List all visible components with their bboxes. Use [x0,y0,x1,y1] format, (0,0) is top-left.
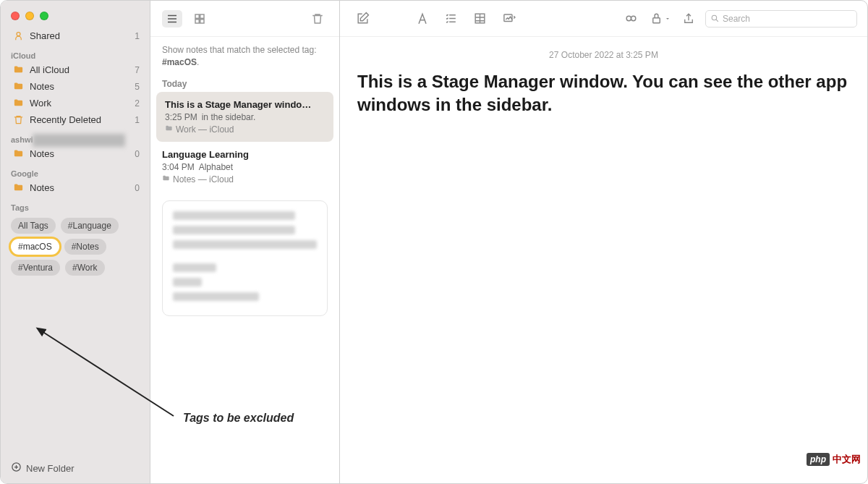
note-item[interactable]: Language Learning 3:04 PM Alphabet Notes… [150,142,339,192]
note-content-title[interactable]: This is a Stage Manager window. You can … [357,70,850,117]
plus-circle-icon [11,462,22,475]
svg-rect-10 [652,18,660,23]
svg-point-0 [17,33,20,36]
sidebar-item-notes-icloud[interactable]: Notes 5 [1,78,150,95]
tag-ventura[interactable]: #Ventura [11,260,60,276]
search-input[interactable]: Search [705,10,857,27]
sidebar-item-count: 1 [135,31,140,41]
watermark-text: 中文网 [833,453,861,466]
trash-icon [11,114,25,125]
sidebar-item-all-icloud[interactable]: All iCloud 7 [1,61,150,78]
sidebar-item-work[interactable]: Work 2 [1,95,150,111]
filter-description: Show notes that match the selected tag: … [150,37,339,73]
minimize-window-button[interactable] [25,12,34,20]
checklist-button[interactable] [439,9,464,29]
close-window-button[interactable] [11,12,20,20]
sidebar-item-notes-account2[interactable]: Notes 0 [1,145,150,162]
shared-icon [11,30,25,41]
watermark: php 中文网 [807,453,861,466]
table-button[interactable] [468,9,493,29]
lock-button[interactable] [647,9,672,29]
sidebar-item-count: 0 [135,149,140,159]
sidebar-item-notes-google[interactable]: Notes 0 [1,179,150,196]
sidebar-item-count: 2 [135,98,140,109]
filter-suffix: . [197,57,199,67]
svg-rect-2 [195,14,199,18]
svg-rect-4 [195,19,199,22]
svg-rect-5 [200,19,204,22]
tag-notes[interactable]: #Notes [64,239,106,255]
folder-icon [11,148,25,159]
note-title: This is a Stage Manager windo… [165,99,325,110]
sidebar-section-tags[interactable]: Tags [1,196,150,213]
sidebar-item-count: 0 [135,183,140,193]
folder-icon [11,98,25,109]
note-list-toolbar [150,1,339,37]
tag-all-tags[interactable]: All Tags [11,218,56,234]
new-folder-button[interactable]: New Folder [1,453,150,483]
note-preview: in the sidebar. [202,112,256,122]
note-time: 3:25 PM [165,112,197,122]
note-thumbnail-card[interactable] [162,200,328,316]
tag-macos[interactable]: #macOS [11,239,59,255]
search-placeholder: Search [723,14,750,24]
share-button[interactable] [676,9,701,29]
folder-icon [11,81,25,92]
link-button[interactable] [618,9,643,29]
editor-body[interactable]: 27 October 2022 at 3:25 PM This is a Sta… [340,37,867,130]
svg-point-9 [631,16,635,20]
editor-panel: Search 27 October 2022 at 3:25 PM This i… [340,1,867,483]
note-location: Notes — iCloud [173,174,234,184]
sidebar-item-label: Work [30,98,135,109]
search-icon [710,14,720,23]
grid-view-button[interactable] [190,10,210,27]
svg-point-8 [626,16,631,20]
window-controls [1,1,150,27]
note-list-panel: Show notes that match the selected tag: … [150,1,340,483]
note-preview: Alphabet [199,162,233,172]
filter-tag: #macOS [162,57,197,67]
note-item[interactable]: This is a Stage Manager windo… 3:25 PM i… [156,92,333,142]
sidebar: Shared 1 iCloud All iCloud 7 Notes 5 Wor… [1,1,150,483]
tags-container: All Tags #Language #macOS #Notes #Ventur… [1,213,150,280]
svg-rect-3 [200,14,204,18]
sidebar-item-shared[interactable]: Shared 1 [1,27,150,44]
watermark-badge: php [807,453,830,466]
note-title: Language Learning [162,149,328,160]
sidebar-item-recently-deleted[interactable]: Recently Deleted 1 [1,111,150,128]
note-time: 3:04 PM [162,162,195,172]
note-date: 27 October 2022 at 3:25 PM [357,50,850,60]
sidebar-item-label: Recently Deleted [30,114,135,125]
filter-prefix: Show notes that match the selected tag: [162,45,316,55]
sidebar-item-label: Notes [30,81,135,92]
sidebar-item-label: Notes [30,182,135,193]
sidebar-section-account2[interactable]: ashwi [1,128,150,145]
format-text-button[interactable] [410,9,435,29]
folder-icon [162,174,170,184]
list-view-button[interactable] [162,10,182,27]
svg-point-11 [712,15,717,20]
tag-language[interactable]: #Language [61,218,119,234]
sidebar-section-google[interactable]: Google [1,162,150,179]
folder-icon [11,182,25,193]
note-location: Work — iCloud [176,124,234,135]
delete-note-button[interactable] [307,10,328,27]
sidebar-section-icloud[interactable]: iCloud [1,44,150,61]
sidebar-item-count: 7 [135,65,140,75]
maximize-window-button[interactable] [40,12,48,20]
sidebar-item-label: All iCloud [30,64,135,75]
new-folder-label: New Folder [26,463,74,474]
compose-button[interactable] [350,9,375,29]
sidebar-item-count: 5 [135,82,140,92]
folder-icon [11,64,25,75]
tag-work[interactable]: #Work [65,260,104,276]
note-list-section-today: Today [150,73,339,92]
sidebar-item-count: 1 [135,115,140,125]
folder-icon [165,124,173,135]
sidebar-item-label: Shared [30,30,135,41]
editor-toolbar: Search [340,1,867,37]
media-button[interactable] [497,9,522,29]
sidebar-item-label: Notes [30,148,135,159]
